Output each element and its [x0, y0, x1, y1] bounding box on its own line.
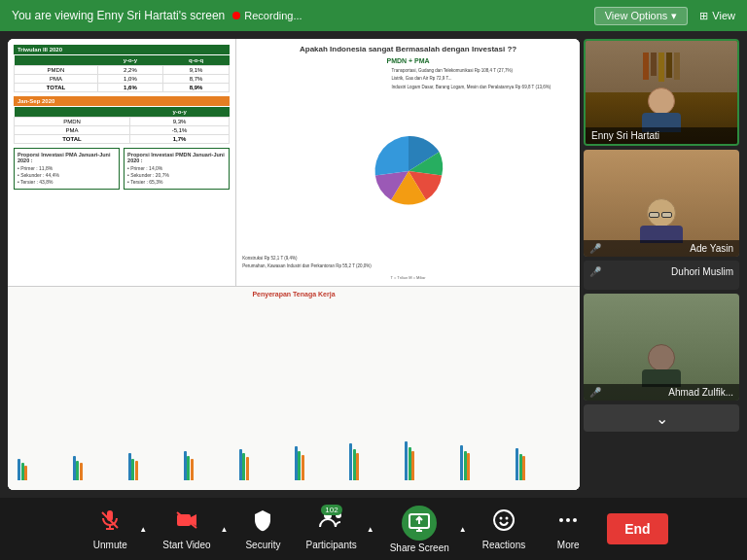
share-screen-caret[interactable]: ▲ — [459, 525, 467, 534]
security-group[interactable]: Security — [231, 505, 294, 554]
pie-labels-bottom: Konstruksi Rp 52,1 T (9,4%) Perumahan, K… — [242, 256, 391, 270]
proportion-item: • Tersier : 43,8% — [18, 179, 116, 185]
svg-point-14 — [573, 518, 577, 522]
table-row: PMDN 9,3% — [15, 118, 230, 126]
bar-chart-area — [14, 300, 574, 480]
bar-group — [73, 456, 127, 480]
shield-icon — [251, 508, 274, 538]
bar — [242, 453, 245, 480]
avatar-face — [648, 88, 675, 115]
reactions-button[interactable]: Reactions — [475, 505, 533, 554]
bar — [187, 456, 190, 480]
monitor-icon — [402, 506, 437, 541]
bar-chart-title: Penyerapan Tenaga Kerja — [14, 291, 574, 298]
more-button[interactable]: More — [541, 505, 595, 554]
main-content: Triwulan III 2020 y-o-y q-o-q — [0, 31, 747, 498]
bar — [356, 453, 359, 480]
share-screen-group[interactable]: Share Screen ▲ — [378, 502, 471, 557]
person-ahmad — [642, 344, 681, 387]
unmute-caret[interactable]: ▲ — [139, 525, 147, 534]
participants-group[interactable]: 102 Participants ▲ — [294, 505, 377, 554]
more-group[interactable]: More — [537, 505, 599, 554]
grid-icon: ⊞ — [699, 10, 708, 22]
participant-name-ahmad: 🎤 Ahmad Zulfik... — [584, 384, 739, 401]
participant-name-enny: Enny Sri Hartati — [586, 127, 737, 144]
shared-screen: Triwulan III 2020 y-o-y q-o-q — [8, 39, 580, 490]
mic-icon — [98, 508, 122, 538]
pie-label-listrik: Listrik, Gas dan Air Rp 72,9 T... — [392, 76, 574, 82]
start-video-group[interactable]: Start Video ▲ — [151, 505, 231, 554]
presentation-slide: Triwulan III 2020 y-o-y q-o-q — [8, 39, 580, 490]
bar — [349, 443, 352, 480]
col-qoq: q-o-q — [163, 55, 230, 66]
svg-point-13 — [566, 518, 570, 522]
person-ade — [640, 198, 683, 243]
proportion-pma-title: Proporsi Investasi PMA Januari-Juni 2020… — [18, 152, 116, 163]
proportion-item: • Tersier : 65,3% — [127, 179, 226, 185]
view-options-group[interactable]: View Options ▾ ⊞ View — [594, 7, 735, 25]
top-bar-left: You are viewing Enny Sri Hartati's scree… — [12, 9, 302, 22]
bar-group — [239, 449, 294, 480]
table-q3: y-o-y q-o-q PMDN 2,2% 9,1% — [14, 55, 230, 92]
unmute-group[interactable]: Unmute ▲ — [79, 505, 151, 554]
share-screen-label: Share Screen — [390, 542, 449, 553]
participant-card-enny: Enny Sri Hartati — [584, 39, 739, 146]
slide-title: Apakah Indonesia sangat Bermasalah denga… — [242, 45, 574, 53]
mic-icon-ahmad: 🎤 — [589, 387, 601, 398]
pie-label-perumahan: Perumahan, Kawasan Industri dan Perkanto… — [242, 263, 391, 269]
pie-label-industri: Industri Logam Dasar, Barang Logam, Mesi… — [392, 85, 574, 90]
end-button[interactable]: End — [607, 513, 667, 544]
svg-point-12 — [559, 518, 563, 522]
participant-card-ahmad: 🎤 Ahmad Zulfik... — [584, 294, 739, 401]
pie-label-transport: Transportasi, Gudang dan Telekomunikasi … — [392, 68, 574, 74]
share-screen-button[interactable]: Share Screen — [382, 502, 457, 557]
unmute-button[interactable]: Unmute — [83, 505, 137, 554]
participants-button[interactable]: 102 Participants — [298, 505, 364, 554]
bar-group — [516, 448, 570, 480]
table-jansep: y-o-y PMDN 9,3% PMA -5,1% — [14, 107, 230, 144]
bar — [135, 461, 138, 480]
screen-content: Triwulan III 2020 y-o-y q-o-q — [8, 39, 580, 490]
pie-chart-container: Transportasi, Gudang dan Telekomunikasi … — [242, 68, 574, 273]
participant-card-ade: 🎤 Ade Yasin — [584, 150, 739, 257]
end-label: End — [624, 521, 650, 537]
top-bar: You are viewing Enny Sri Hartati's scree… — [0, 0, 747, 31]
security-label: Security — [245, 540, 280, 550]
view-grid-button[interactable]: ⊞ View — [699, 10, 735, 22]
video-icon — [175, 508, 198, 538]
proportion-pma: Proporsi Investasi PMA Januari-Juni 2020… — [14, 148, 120, 190]
reactions-group[interactable]: Reactions — [471, 505, 537, 554]
table-q3-header: Triwulan III 2020 — [14, 45, 230, 54]
view-options-button[interactable]: View Options ▾ — [594, 7, 689, 25]
bar-group — [128, 453, 183, 480]
ade-name-text: Ade Yasin — [690, 243, 733, 254]
video-caret[interactable]: ▲ — [221, 525, 229, 534]
security-button[interactable]: Security — [235, 505, 290, 554]
table-row-total: TOTAL 1,7% — [15, 135, 230, 144]
bar — [405, 441, 408, 480]
bar — [246, 457, 249, 480]
proportion-item: • Primer : 11,8% — [18, 165, 116, 171]
table-jansep-header: Jan-Sep 2020 — [14, 96, 230, 106]
more-participants-button[interactable]: ⌄ — [584, 404, 739, 432]
people-icon: 102 — [319, 508, 344, 538]
screen-sharing-text: You are viewing Enny Sri Hartati's scree… — [12, 9, 225, 22]
pie-segment-lainnya — [374, 136, 408, 176]
table-row: PMDN 2,2% 9,1% — [15, 66, 230, 75]
bar — [131, 459, 134, 480]
bar — [522, 456, 525, 480]
rec-dot — [232, 12, 240, 19]
participants-label: Participants — [305, 540, 356, 550]
bar — [18, 459, 20, 480]
bar — [460, 445, 463, 480]
proportion-pmdn: Proporsi Investasi PMDN Januari-Juni 202… — [124, 148, 230, 190]
pie-note: T = Triliun M = Miliar — [242, 275, 574, 280]
mic-icon-duhori: 🎤 — [589, 266, 601, 277]
start-video-button[interactable]: Start Video — [155, 505, 218, 554]
slide-bottom: Penyerapan Tenaga Kerja — [8, 287, 580, 490]
participants-caret[interactable]: ▲ — [367, 525, 374, 534]
participant-name-duhori: 🎤 Duhori Muslim — [584, 261, 739, 283]
glasses — [649, 212, 674, 218]
table-row: PMA -5,1% — [15, 126, 230, 135]
svg-point-10 — [499, 516, 502, 519]
